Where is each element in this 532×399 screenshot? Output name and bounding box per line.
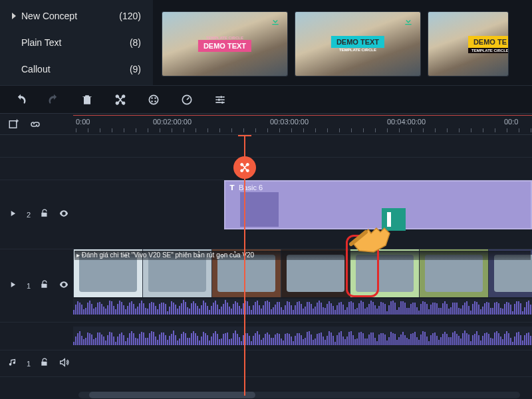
template-title: DEMO TEXT <box>331 36 384 48</box>
clip-thumbnail <box>240 192 279 227</box>
track-head[interactable]: 1 <box>0 249 73 322</box>
track-head[interactable]: 2 <box>0 180 73 249</box>
svg-point-8 <box>221 101 223 103</box>
playhead[interactable] <box>244 135 245 396</box>
timeline-body: 2 Basic 6 <box>0 135 532 399</box>
ruler-label: 00:0 <box>504 118 518 126</box>
audio-waveform <box>73 299 532 315</box>
audio-waveform <box>73 327 532 345</box>
template-thumb[interactable]: DEMO TEXT TEMPLATE CIRCLE <box>295 12 420 76</box>
time-ruler[interactable]: 0:00 00:02:00:00 00:03:00:00 00:04:00:00… <box>73 114 532 134</box>
pointing-hand-icon <box>346 208 406 260</box>
redo-button[interactable] <box>47 92 61 107</box>
link-button[interactable] <box>29 118 41 130</box>
color-button[interactable] <box>146 92 161 107</box>
template-gallery: TEMPLATE CIRCLE DEMO TEXT DEMO TEXT TEMP… <box>153 0 532 85</box>
clip-label: Basic 6 <box>239 184 263 192</box>
visibility-icon[interactable] <box>59 208 69 221</box>
lock-icon[interactable] <box>40 358 49 370</box>
track-content[interactable]: Basic 6 <box>73 180 532 249</box>
ruler-label: 00:04:00:00 <box>387 118 426 126</box>
track-head[interactable]: 1 <box>0 350 73 376</box>
volume-icon[interactable] <box>59 357 69 370</box>
sidebar-item-label: Callout <box>21 64 51 74</box>
audio-track <box>0 323 532 350</box>
timeline: 0:00 00:02:00:00 00:03:00:00 00:04:00:00… <box>0 113 532 399</box>
ruler-line <box>73 115 532 116</box>
spacer-track <box>0 158 532 180</box>
music-track: 1 <box>0 350 532 377</box>
template-subtitle: TEMPLATE CIRCLE <box>468 48 508 53</box>
cut-marker-icon[interactable] <box>233 156 256 179</box>
track-content[interactable]: ▸ Đánh giá chi tiết "Vivo V20 SE" phiên … <box>73 249 532 322</box>
sidebar-item-callout[interactable]: Callout (9) <box>0 56 153 82</box>
svg-rect-11 <box>387 212 391 227</box>
svg-point-4 <box>154 100 156 102</box>
spacer-track <box>0 135 532 158</box>
delete-button[interactable] <box>80 92 94 107</box>
chevron-right-icon <box>12 13 16 19</box>
svg-point-0 <box>149 95 158 104</box>
cut-button[interactable] <box>113 92 128 107</box>
template-subtitle: TEMPLATE CIRCLE <box>331 48 384 52</box>
track-content[interactable] <box>73 323 532 350</box>
track-type-icon <box>8 209 17 221</box>
timeline-toolbar <box>0 85 532 113</box>
video-track: 1 ▸ Đánh giá chi tiết "Vivo V20 SE" phiê… <box>0 249 532 323</box>
svg-point-2 <box>154 97 156 99</box>
svg-rect-10 <box>382 208 406 231</box>
track-index: 1 <box>27 282 31 290</box>
undo-button[interactable] <box>13 92 28 107</box>
template-thumb[interactable]: TEMPLATE CIRCLE DEMO TEXT <box>162 12 287 76</box>
sidebar-item-new-concept[interactable]: New Concept (120) <box>0 3 153 29</box>
download-icon[interactable] <box>403 16 414 29</box>
svg-rect-9 <box>9 120 17 128</box>
svg-point-3 <box>151 100 153 102</box>
track-index: 1 <box>27 360 31 368</box>
ruler-label: 00:02:00:00 <box>153 118 192 126</box>
visibility-icon[interactable] <box>59 279 69 293</box>
sidebar: New Concept (120) Plain Text (8) Callout… <box>0 0 153 85</box>
template-title: DEMO TE <box>468 36 508 48</box>
sidebar-item-label: Plain Text <box>21 37 61 48</box>
video-clip-label: ▸ Đánh giá chi tiết "Vivo V20 SE" phiên … <box>74 251 531 260</box>
scrollbar-thumb[interactable] <box>89 392 255 398</box>
ruler-label: 00:03:00:00 <box>270 118 309 126</box>
music-icon <box>8 358 17 370</box>
template-thumb[interactable]: DEMO TE TEMPLATE CIRCLE <box>428 12 508 76</box>
text-icon <box>228 184 236 192</box>
sidebar-item-label: New Concept <box>21 11 77 21</box>
track-index: 2 <box>27 211 31 219</box>
title-track: 2 Basic 6 <box>0 180 532 249</box>
svg-point-6 <box>220 96 222 98</box>
ruler-label: 0:00 <box>76 118 90 126</box>
sidebar-item-count: (9) <box>130 64 141 74</box>
sidebar-item-count: (120) <box>119 11 141 21</box>
sidebar-item-count: (8) <box>130 37 141 48</box>
speed-button[interactable] <box>180 92 194 107</box>
lock-icon[interactable] <box>40 209 49 221</box>
track-type-icon <box>8 280 17 292</box>
add-media-button[interactable] <box>8 118 20 130</box>
adjust-button[interactable] <box>213 92 227 107</box>
download-icon[interactable] <box>270 16 281 29</box>
ruler-tools <box>0 114 73 134</box>
horizontal-scrollbar[interactable] <box>78 392 520 398</box>
svg-point-1 <box>151 97 153 99</box>
template-title: DEMO TEXT <box>198 40 251 52</box>
sidebar-item-plain-text[interactable]: Plain Text (8) <box>0 29 153 56</box>
svg-point-7 <box>218 98 220 100</box>
lock-icon[interactable] <box>40 280 49 292</box>
